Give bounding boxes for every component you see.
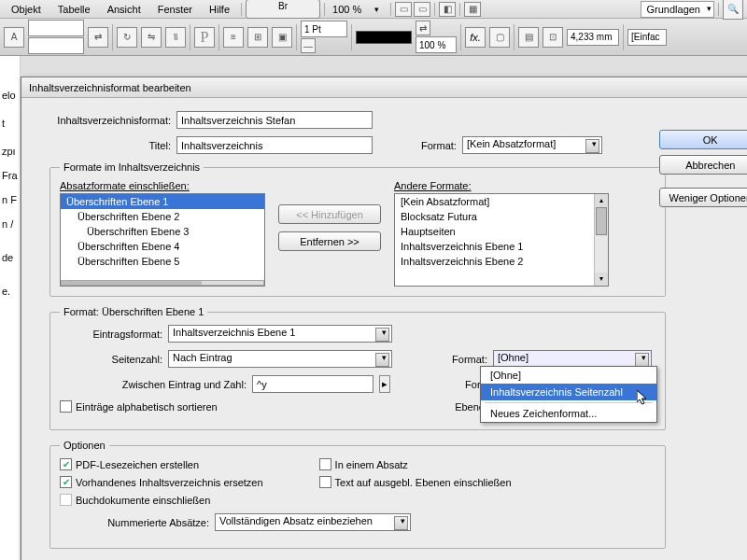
flip-h-icon[interactable]: ⇋ (141, 27, 162, 48)
entry-style-label: Eintragsformat: (60, 329, 162, 340)
control-panel: A ⇄ ↻ ⇋ ⥮ P ≡ ⊞ ▣ 1 Pt — ⇄ 100 % fx. ▢ ▤… (0, 19, 747, 56)
dropdown-option[interactable]: Neues Zeichenformat... (481, 405, 656, 422)
measure-field[interactable]: 4,233 mm (567, 29, 619, 46)
fewer-options-button[interactable]: Weniger Optionen (659, 188, 747, 207)
bridge-button[interactable]: Br (246, 0, 320, 19)
format-style-label: Format: (421, 140, 457, 151)
list-item[interactable]: [Kein Absatzformat] (395, 194, 608, 209)
sort-alpha-checkbox[interactable]: Einträge alphabetisch sortieren (60, 400, 218, 413)
dropdown-option[interactable]: [Ohne] (481, 367, 656, 384)
between-label: Zwischen Eintrag und Zahl: (60, 379, 247, 390)
list-item[interactable]: Hauptseiten (395, 224, 608, 239)
menu-objekt[interactable]: Objekt (4, 2, 49, 17)
x-field[interactable] (28, 20, 84, 36)
titel-input[interactable] (176, 136, 373, 154)
view-icon-1[interactable]: ▭ (395, 2, 412, 17)
menu-fenster[interactable]: Fenster (150, 2, 200, 17)
replace-toc-checkbox[interactable]: ✔Vorhandenes Inhaltsverzeichnis ersetzen (60, 476, 263, 488)
menubar: Objekt Tabelle Ansicht Fenster Hilfe Br … (0, 0, 747, 19)
effects-icon[interactable]: fx. (465, 27, 486, 48)
between-input[interactable] (252, 375, 374, 393)
list-item[interactable]: Überschriften Ebene 4 (61, 239, 264, 254)
corner-icon[interactable]: ▢ (489, 27, 510, 48)
tint-field[interactable]: 100 % (416, 36, 457, 53)
toc-format-label: Inhaltsverzeichnisformat: (49, 115, 171, 126)
screen-mode-icon[interactable]: ◧ (439, 2, 456, 17)
between-flyout-icon[interactable]: ▸ (379, 375, 390, 393)
search-icon[interactable]: 🔍 (723, 0, 743, 20)
textwrap-icon[interactable]: ▤ (518, 27, 539, 48)
entry-style-select[interactable]: Inhaltsverzeichnis Ebene 1 (168, 325, 392, 343)
list-item[interactable]: Inhaltsverzeichnis Ebene 2 (395, 254, 608, 269)
hidden-layers-checkbox[interactable]: Text auf ausgebl. Ebenen einschließen (319, 476, 512, 488)
arrange-icon[interactable]: ▦ (464, 2, 481, 17)
pagenum-label: Seitenzahl: (60, 354, 162, 365)
rotate-icon[interactable]: ↻ (117, 27, 137, 48)
entry-format-fieldset: Format: Überschriften Ebene 1 Eintragsfo… (49, 306, 666, 430)
scrollbar[interactable]: ▴▾ (594, 194, 608, 286)
ok-button[interactable]: OK (659, 130, 747, 149)
toc-format-input[interactable] (176, 111, 373, 129)
formats-legend: Formate im Inhaltsverzeichnis (60, 161, 204, 173)
flip-v-icon[interactable]: ⥮ (165, 27, 186, 48)
format-style-select[interactable]: [Kein Absatzformat] (462, 136, 602, 154)
list-item[interactable]: Inhaltsverzeichnis Ebene 1 (395, 239, 608, 254)
entry-format-legend: Format: Überschriften Ebene 1 (60, 306, 207, 317)
options-legend: Optionen (60, 440, 109, 451)
cancel-button[interactable]: Abbrechen (659, 155, 747, 175)
swap-fill-icon[interactable]: ⇄ (416, 21, 430, 35)
stroke-weight-field[interactable]: 1 Pt (301, 21, 347, 37)
pathfinder-icon[interactable]: ▣ (272, 27, 292, 48)
align-icon[interactable]: ≡ (223, 27, 244, 48)
pdf-bookmarks-checkbox[interactable]: ✔PDF-Lesezeichen erstellen (60, 458, 263, 470)
pagenum-select[interactable]: Nach Eintrag (168, 350, 392, 368)
format-r1-label: Format: (441, 354, 487, 365)
page-edge: elotzpı Fran Fn / dee. (0, 56, 21, 560)
zoom-level[interactable]: 100 % (329, 2, 365, 17)
menu-hilfe[interactable]: Hilfe (202, 2, 237, 17)
other-styles-label: Andere Formate: (394, 180, 609, 191)
y-field[interactable] (28, 37, 84, 54)
single-paragraph-checkbox[interactable]: In einem Absatz (319, 458, 512, 470)
include-styles-list[interactable]: Überschriften Ebene 1 Überschriften Eben… (60, 193, 265, 287)
options-fieldset: Optionen ✔PDF-Lesezeichen erstellen ✔Vor… (49, 440, 666, 549)
list-item[interactable]: Überschriften Ebene 1 (61, 194, 264, 209)
link-icon[interactable]: ⇄ (88, 27, 108, 48)
list-item[interactable]: Überschriften Ebene 2 (61, 209, 264, 224)
list-item[interactable]: Überschriften Ebene 5 (61, 254, 264, 269)
char-style-dropdown[interactable]: [Ohne] Inhaltsverzeichnis Seitenzahl Neu… (480, 366, 657, 423)
toc-format-dialog: Inhaltsverzeichnisformat bearbeiten OK A… (21, 77, 747, 560)
numbered-paras-label: Nummerierte Absätze: (60, 517, 209, 528)
dialog-side-buttons: OK Abbrechen Weniger Optionen (659, 130, 747, 207)
list-item[interactable]: Überschriften Ebene 3 (61, 224, 264, 239)
view-icon-2[interactable]: ▭ (414, 2, 430, 17)
remove-button[interactable]: Entfernen >> (278, 231, 381, 251)
char-para-icon[interactable]: A (4, 27, 24, 48)
paragraph-style-field[interactable]: [Einfac (627, 29, 667, 46)
titel-label: Titel: (49, 140, 171, 151)
formats-fieldset: Formate im Inhaltsverzeichnis Absatzform… (49, 161, 666, 297)
workspace-select[interactable]: Grundlagen (641, 1, 715, 18)
menu-ansicht[interactable]: Ansicht (100, 2, 148, 17)
stroke-style-icon[interactable]: — (301, 38, 316, 53)
other-styles-list[interactable]: [Kein Absatzformat] Blocksatz Futura Hau… (394, 193, 609, 287)
add-button[interactable]: << Hinzufügen (278, 204, 381, 224)
fill-swatch[interactable] (356, 31, 412, 44)
include-styles-label: Absatzformate einschließen: (60, 180, 265, 191)
numbered-paras-select[interactable]: Vollständigen Absatz einbeziehen (215, 513, 411, 531)
dialog-titlebar: Inhaltsverzeichnisformat bearbeiten (21, 77, 747, 98)
distribute-icon[interactable]: ⊞ (247, 27, 268, 48)
type-tool-icon[interactable]: P (194, 27, 215, 48)
fitframe-icon[interactable]: ⊡ (543, 27, 563, 48)
book-docs-checkbox: Buchdokumente einschließen (60, 494, 263, 506)
list-item[interactable]: Blocksatz Futura (395, 209, 608, 224)
dropdown-option[interactable]: Inhaltsverzeichnis Seitenzahl (481, 384, 656, 400)
menu-tabelle[interactable]: Tabelle (50, 2, 98, 17)
